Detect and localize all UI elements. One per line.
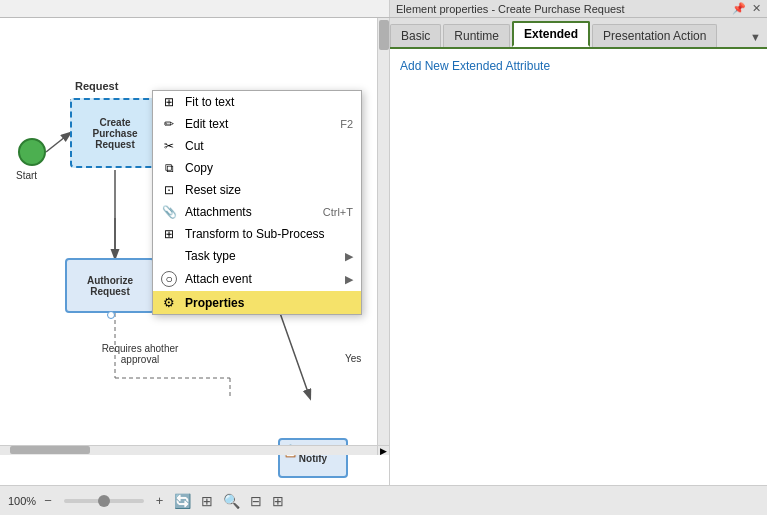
properties-panel: Basic Runtime Extended Presentation Acti… <box>390 18 767 485</box>
edit-text-icon: ✏ <box>161 117 177 131</box>
properties-label: Properties <box>185 296 244 310</box>
create-purchase-label: Create Purchase Request <box>76 117 154 150</box>
cut-icon: ✂ <box>161 139 177 153</box>
svg-line-0 <box>46 133 70 152</box>
diagram-vscrollbar[interactable] <box>377 18 389 455</box>
start-node <box>18 138 46 166</box>
attach-event-arrow: ▶ <box>345 273 353 286</box>
tab-runtime[interactable]: Runtime <box>443 24 510 47</box>
close-button[interactable]: ✕ <box>752 2 761 15</box>
reset-size-label: Reset size <box>185 183 241 197</box>
diagram-area: age equir Request Start Create Purchase … <box>0 18 390 485</box>
menu-item-properties[interactable]: ⚙ Properties <box>153 291 361 314</box>
copy-icon: ⧉ <box>161 161 177 175</box>
authorize-label: Authorize Request <box>67 271 153 301</box>
bottom-bar: 100% − + 🔄 ⊞ 🔍 ⊟ ⊞ <box>0 485 767 515</box>
zoom-slider[interactable] <box>64 499 144 503</box>
expand-arrow[interactable]: ▶ <box>377 445 389 455</box>
search-icon[interactable]: 🔍 <box>220 493 243 509</box>
edit-text-shortcut: F2 <box>340 118 353 130</box>
tab-basic[interactable]: Basic <box>390 24 441 47</box>
tab-extended[interactable]: Extended <box>512 21 590 47</box>
copy-label: Copy <box>185 161 213 175</box>
pin-button[interactable]: 📌 <box>732 2 746 15</box>
tab-presentation[interactable]: Presentation Action <box>592 24 717 47</box>
attachments-shortcut: Ctrl+T <box>323 206 353 218</box>
reset-size-icon: ⊡ <box>161 183 177 197</box>
svg-line-6 <box>280 313 310 398</box>
tab-dropdown[interactable]: ▼ <box>744 27 767 47</box>
menu-item-cut[interactable]: ✂ Cut <box>153 135 361 157</box>
cut-label: Cut <box>185 139 204 153</box>
menu-item-task-type[interactable]: Task type ▶ <box>153 245 361 267</box>
zoom-full-icon[interactable]: ⊞ <box>269 493 287 509</box>
context-menu: ⊞ Fit to text ✏ Edit text F2 ✂ Cut ⧉ Cop… <box>152 90 362 315</box>
attach-event-icon: ○ <box>161 271 177 287</box>
transform-label: Transform to Sub-Process <box>185 227 325 241</box>
menu-item-reset-size[interactable]: ⊡ Reset size <box>153 179 361 201</box>
fit-to-text-icon: ⊞ <box>161 95 177 109</box>
grid-icon[interactable]: ⊞ <box>198 493 216 509</box>
zoom-minus-button[interactable]: − <box>40 493 56 508</box>
yes-label: Yes <box>345 353 361 364</box>
diagram-hscrollbar[interactable] <box>0 445 377 455</box>
zoom-plus-button[interactable]: + <box>152 493 168 508</box>
properties-icon: ⚙ <box>161 295 177 310</box>
authorize-node[interactable]: Authorize Request <box>65 258 155 313</box>
tab-content-extended: Add New Extended Attribute <box>390 49 767 485</box>
props-title: Element properties - Create Purchase Req… <box>396 3 625 15</box>
menu-item-edit-text[interactable]: ✏ Edit text F2 <box>153 113 361 135</box>
menu-item-copy[interactable]: ⧉ Copy <box>153 157 361 179</box>
attachments-icon: 📎 <box>161 205 177 219</box>
start-label: Start <box>16 170 37 181</box>
menu-item-transform[interactable]: ⊞ Transform to Sub-Process <box>153 223 361 245</box>
create-purchase-node[interactable]: Create Purchase Request <box>70 98 160 168</box>
menu-item-attach-event[interactable]: ○ Attach event ▶ <box>153 267 361 291</box>
requires-label: Requires ahother approval <box>95 343 185 365</box>
attach-event-label: Attach event <box>185 272 252 286</box>
zoom-fit-icon[interactable]: ⊟ <box>247 493 265 509</box>
refresh-icon[interactable]: 🔄 <box>171 493 194 509</box>
zoom-level: 100% <box>8 495 36 507</box>
attachments-label: Attachments <box>185 205 252 219</box>
menu-item-fit-to-text[interactable]: ⊞ Fit to text <box>153 91 361 113</box>
task-type-arrow: ▶ <box>345 250 353 263</box>
edit-text-label: Edit text <box>185 117 228 131</box>
request-label: Request <box>75 80 118 92</box>
fit-to-text-label: Fit to text <box>185 95 234 109</box>
transform-icon: ⊞ <box>161 227 177 241</box>
task-type-label: Task type <box>185 249 236 263</box>
menu-item-attachments[interactable]: 📎 Attachments Ctrl+T <box>153 201 361 223</box>
tabs-bar: Basic Runtime Extended Presentation Acti… <box>390 18 767 49</box>
add-extended-attribute-link[interactable]: Add New Extended Attribute <box>400 59 550 73</box>
